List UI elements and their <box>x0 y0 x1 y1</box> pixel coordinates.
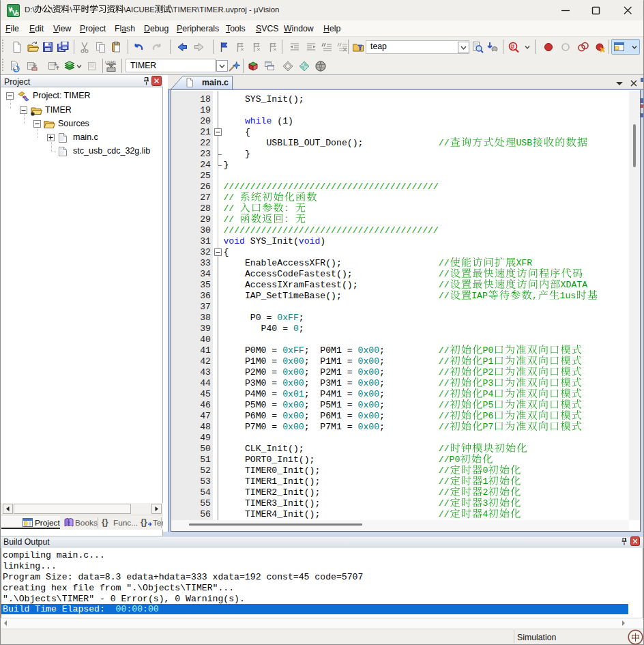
svg-text:?: ? <box>67 520 70 526</box>
svg-text:5: 5 <box>16 11 19 17</box>
svg-text:@: @ <box>511 43 515 51</box>
